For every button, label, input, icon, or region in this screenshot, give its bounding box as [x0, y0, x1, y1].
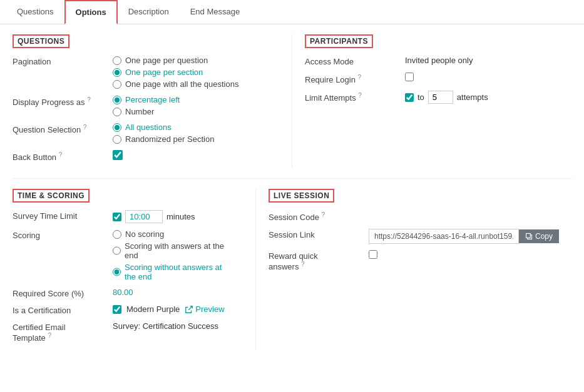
live-session-section-title: LIVE SESSION: [269, 189, 334, 203]
q-selection-radio-1[interactable]: [113, 123, 121, 132]
progress-option-1[interactable]: Percentage left: [113, 95, 267, 104]
q-selection-option-1[interactable]: All questions: [113, 123, 267, 132]
require-login-help: ?: [358, 74, 362, 81]
scoring-radio-2[interactable]: [113, 246, 121, 255]
limit-attempts-row: to attempts: [405, 91, 559, 104]
pagination-option-3[interactable]: One page with all the questions: [113, 79, 267, 89]
required-score-value: 80.00: [113, 288, 230, 297]
limit-attempts-number[interactable]: [428, 91, 453, 104]
svg-rect-2: [526, 233, 530, 238]
certification-row: Modern Purple Preview: [113, 304, 230, 314]
pagination-option-2[interactable]: One page per section: [113, 68, 267, 77]
limit-attempts-suffix: attempts: [457, 93, 488, 102]
questions-section: QUESTIONS Pagination One page per questi…: [13, 34, 279, 168]
pagination-radio-3[interactable]: [113, 80, 121, 89]
preview-link[interactable]: Preview: [185, 304, 224, 314]
bottom-section: TIME & SCORING Survey Time Limit minutes…: [13, 189, 571, 349]
limit-attempts-value: to attempts: [405, 91, 559, 104]
back-button-field: Back Button ?: [13, 150, 267, 162]
scoring-option-1-label: No scoring: [125, 229, 164, 239]
scoring-radio-1[interactable]: [113, 230, 121, 239]
progress-option-2[interactable]: Number: [113, 107, 267, 116]
session-link-value: Copy: [369, 229, 559, 244]
pagination-option-1[interactable]: One page per question: [113, 56, 267, 65]
progress-radio-1[interactable]: [113, 96, 121, 104]
required-score-field: Required Score (%) 80.00: [13, 288, 230, 298]
back-button-checkbox[interactable]: [113, 150, 123, 160]
scoring-option-1[interactable]: No scoring: [113, 229, 230, 239]
access-mode-field: Access Mode Invited people only: [305, 56, 559, 66]
preview-label: Preview: [195, 304, 224, 314]
question-selection-field: Question Selection ? All questions Rando…: [13, 123, 267, 144]
limit-attempts-field: Limit Attempts ? to attempts: [305, 91, 559, 104]
scoring-option-3[interactable]: Scoring without answers at the end: [113, 263, 230, 281]
survey-time-limit-field: Survey Time Limit minutes: [13, 210, 230, 223]
display-progress-label: Display Progress as ?: [13, 95, 113, 107]
require-login-label: Require Login ?: [305, 73, 405, 84]
reward-quick-answers-value: [369, 250, 559, 259]
question-selection-help: ?: [83, 124, 87, 131]
main-content: QUESTIONS Pagination One page per questi…: [0, 24, 584, 359]
scoring-options: No scoring Scoring with answers at the e…: [113, 229, 230, 281]
session-link-input[interactable]: [369, 229, 519, 244]
tab-end-message[interactable]: End Message: [180, 0, 251, 24]
progress-option-2-label: Number: [125, 107, 154, 116]
limit-attempts-checkbox[interactable]: [405, 93, 414, 102]
session-link-field: Session Link Copy: [269, 229, 559, 244]
access-mode-value: Invited people only: [405, 56, 559, 65]
pagination-radio-1[interactable]: [113, 56, 121, 65]
required-score-label: Required Score (%): [13, 288, 113, 298]
back-button-label: Back Button ?: [13, 150, 113, 162]
certified-email-text: Survey: Certification Success: [113, 321, 230, 331]
session-code-field: Session Code ?: [269, 210, 559, 222]
scoring-option-2[interactable]: Scoring with answers at the end: [113, 241, 230, 260]
time-scoring-section: TIME & SCORING Survey Time Limit minutes…: [13, 189, 243, 349]
reward-quick-answers-help: ?: [301, 261, 305, 268]
require-login-checkbox[interactable]: [405, 73, 414, 81]
section-divider: [13, 178, 571, 179]
display-progress-field: Display Progress as ? Percentage left Nu…: [13, 95, 267, 116]
tab-options[interactable]: Options: [64, 0, 118, 24]
time-limit-checkbox[interactable]: [113, 213, 121, 221]
reward-quick-answers-checkbox[interactable]: [369, 250, 377, 259]
tab-description[interactable]: Description: [118, 0, 180, 24]
display-progress-help: ?: [87, 96, 91, 103]
pagination-field: Pagination One page per question One pag…: [13, 56, 267, 89]
limit-attempts-prefix: to: [418, 93, 424, 102]
back-button-value: [113, 150, 267, 160]
question-selection-options: All questions Randomized per Section: [113, 123, 267, 144]
back-button-help: ?: [59, 151, 63, 158]
pagination-label: Pagination: [13, 56, 113, 66]
copy-label: Copy: [535, 232, 553, 241]
require-login-value: [405, 73, 559, 81]
access-mode-text: Invited people only: [405, 56, 559, 65]
top-section: QUESTIONS Pagination One page per questi…: [13, 34, 571, 168]
scoring-radio-3[interactable]: [113, 268, 121, 276]
question-selection-label: Question Selection ?: [13, 123, 113, 134]
tab-questions[interactable]: Questions: [6, 0, 64, 24]
q-selection-radio-2[interactable]: [113, 135, 121, 144]
pagination-radio-2[interactable]: [113, 68, 121, 77]
certification-checkbox[interactable]: [113, 305, 121, 314]
reward-quick-answers-label: Reward quickanswers ?: [269, 250, 369, 271]
time-limit-input[interactable]: [125, 210, 163, 223]
q-selection-option-2[interactable]: Randomized per Section: [113, 134, 267, 144]
external-link-icon: [185, 305, 193, 314]
certified-email-field: Certified EmailTemplate ? Survey: Certif…: [13, 321, 230, 343]
pagination-option-2-label: One page per section: [125, 68, 203, 77]
session-link-label: Session Link: [269, 229, 369, 239]
copy-icon: [525, 233, 533, 240]
session-code-help: ?: [322, 211, 325, 218]
limit-attempts-label: Limit Attempts ?: [305, 91, 405, 103]
progress-radio-2[interactable]: [113, 108, 121, 116]
copy-button[interactable]: Copy: [519, 229, 559, 243]
certified-email-label: Certified EmailTemplate ?: [13, 321, 113, 343]
access-mode-label: Access Mode: [305, 56, 405, 66]
questions-section-title: QUESTIONS: [13, 34, 69, 48]
scoring-label: Scoring: [13, 229, 113, 240]
participants-section-title: PARTICIPANTS: [305, 34, 373, 48]
certified-email-help: ?: [48, 332, 51, 339]
pagination-option-1-label: One page per question: [125, 56, 208, 65]
certified-email-value: Survey: Certification Success: [113, 321, 230, 331]
session-link-box: Copy: [369, 229, 559, 244]
